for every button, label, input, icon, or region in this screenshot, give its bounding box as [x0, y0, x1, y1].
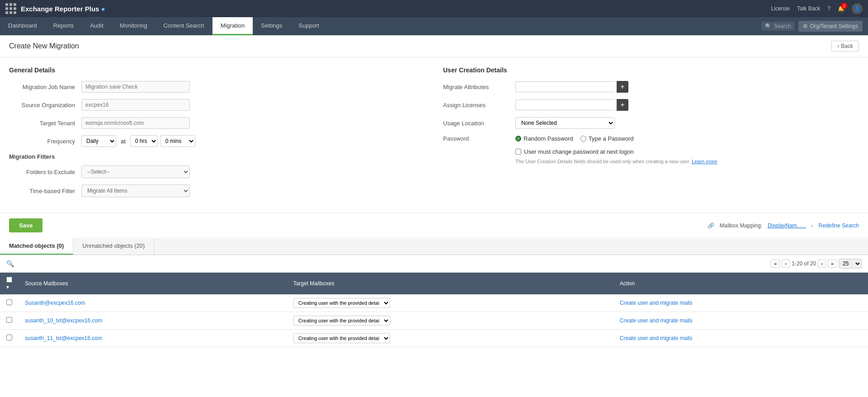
frequency-row: Frequency Daily Weekly Monthly at 0 hrs … [9, 135, 425, 147]
nav-settings[interactable]: Settings [253, 17, 290, 35]
type-password-radio[interactable] [580, 136, 586, 142]
search-icon: 🔍 [765, 23, 772, 29]
must-change-password-row: User must change password at next logon [515, 148, 859, 155]
action-header: Action [613, 273, 868, 294]
back-button[interactable]: ‹ Back [831, 41, 859, 52]
target-mailbox-cell: Creating user with the provided detai [287, 294, 613, 312]
target-mailbox-cell: Creating user with the provided detai [287, 330, 613, 347]
avatar[interactable]: 👤 [852, 3, 863, 14]
at-label: at [121, 138, 126, 145]
row-checkbox-cell [0, 330, 19, 347]
action-label: Create user and migrate mails [620, 300, 693, 306]
target-mailboxes-header: Target Mailboxes [287, 273, 613, 294]
time-filter-select[interactable]: Migrate All Items Last 30 Days Last 60 D… [81, 184, 190, 197]
migration-job-name-row: Migration Job Name [9, 81, 425, 93]
nav-bar: Dashboard Reports Audit Monitoring Conte… [0, 17, 868, 35]
mins-select[interactable]: 0 mins 15 mins 30 mins 45 mins [160, 135, 195, 147]
page-title: Create New Migration [9, 42, 79, 50]
frequency-controls: Daily Weekly Monthly at 0 hrs 1 hrs 2 hr… [81, 135, 195, 147]
migrate-attr-input[interactable] [515, 81, 615, 92]
must-change-password-checkbox[interactable] [515, 149, 521, 155]
matched-objects-count: (0) [57, 242, 64, 249]
source-org-input[interactable] [81, 99, 190, 111]
prev-page-button[interactable]: ‹ [782, 260, 790, 268]
unmatched-objects-label: Unmatched objects [82, 242, 134, 249]
assign-licenses-control: + [515, 99, 628, 111]
type-password-label: Type a Password [589, 135, 634, 142]
source-mailbox-link[interactable]: Susanth@excpex16.com [25, 300, 85, 306]
row-checkbox[interactable] [6, 299, 12, 305]
mailbox-mapping-link[interactable]: DisplayNam...... [768, 222, 806, 229]
per-page-select[interactable]: 25 50 100 [839, 259, 862, 269]
org-settings-button[interactable]: ⚙ Org/Tenant Settings [798, 21, 863, 32]
nav-support[interactable]: Support [290, 17, 327, 35]
assign-licenses-plus-button[interactable]: + [617, 99, 628, 111]
tab-matched-objects[interactable]: Matched objects (0) [0, 238, 73, 255]
folders-select[interactable]: --Select-- [81, 165, 190, 178]
usage-location-label: Usage Location [443, 120, 515, 127]
last-page-button[interactable]: » [828, 260, 837, 268]
nav-dashboard[interactable]: Dashboard [0, 17, 45, 35]
source-mailbox-link[interactable]: susanth_11_txt@excpex16.com [25, 335, 102, 341]
user-creation-info: The User Creation Details fields should … [515, 159, 859, 164]
row-checkbox[interactable] [6, 335, 12, 340]
assign-licenses-input[interactable] [515, 99, 615, 110]
nav-content-search[interactable]: Content Search [155, 17, 212, 35]
migrate-attr-plus-button[interactable]: + [617, 81, 628, 93]
source-mailbox-cell: susanth_10_txt@excpex16.com [19, 312, 287, 330]
usage-location-select[interactable]: None Selected United States United Kingd… [515, 117, 615, 129]
password-label: Password [443, 135, 515, 142]
info-text-content: The User Creation Details fields should … [515, 159, 690, 164]
user-creation-section: User Creation Details Migrate Attributes… [443, 66, 859, 203]
hours-select[interactable]: 0 hrs 1 hrs 2 hrs [130, 135, 158, 147]
table-search-icon[interactable]: 🔍 [6, 260, 14, 267]
next-page-button[interactable]: › [818, 260, 826, 268]
nav-reports[interactable]: Reports [45, 17, 82, 35]
migration-job-name-input[interactable] [81, 81, 190, 93]
target-tenant-label: Target Tenant [9, 120, 81, 127]
talk-back-link[interactable]: Talk Back [797, 5, 820, 12]
first-page-button[interactable]: « [771, 260, 780, 268]
license-link[interactable]: License [771, 5, 790, 12]
source-mailbox-cell: susanth_11_txt@excpex16.com [19, 330, 287, 347]
target-mailbox-cell: Creating user with the provided detai [287, 312, 613, 330]
random-password-option[interactable]: Random Password [515, 135, 573, 142]
redefine-search-link[interactable]: Redefine Search [819, 222, 859, 229]
source-mailbox-link[interactable]: susanth_10_txt@excpex16.com [25, 317, 102, 324]
source-org-label: Source Organization [9, 102, 81, 109]
page-header: Create New Migration ‹ Back [0, 35, 868, 57]
target-mailbox-select[interactable]: Creating user with the provided detai [293, 298, 390, 308]
target-mailbox-select[interactable]: Creating user with the provided detai [293, 333, 390, 343]
assign-licenses-label: Assign Licenses [443, 102, 515, 109]
chevron-left-icon2: ‹ [811, 222, 813, 229]
dropdown-arrow[interactable]: ▾ [6, 284, 9, 290]
row-checkbox[interactable] [6, 317, 12, 323]
data-table: ▾ Source Mailboxes Target Mailboxes Acti… [0, 273, 868, 347]
search-box[interactable]: 🔍 Search [761, 22, 795, 31]
help-icon[interactable]: ? [827, 5, 830, 12]
random-password-radio[interactable] [515, 136, 521, 142]
target-tenant-input[interactable] [81, 117, 190, 129]
notification-count: 2 [841, 3, 847, 9]
select-all-header: ▾ [0, 273, 19, 294]
nav-migration[interactable]: Migration [212, 17, 253, 35]
app-grid-icon[interactable] [5, 3, 16, 14]
password-row: Password Random Password Type a Password [443, 135, 859, 142]
table-body: Susanth@excpex16.com Creating user with … [0, 294, 868, 347]
target-mailbox-select[interactable]: Creating user with the provided detai [293, 316, 390, 326]
org-settings-label: Org/Tenant Settings [810, 23, 858, 29]
user-creation-title: User Creation Details [443, 66, 859, 74]
select-all-checkbox[interactable] [6, 277, 12, 283]
tab-unmatched-objects[interactable]: Unmatched objects (20) [73, 238, 154, 255]
table-row: Susanth@excpex16.com Creating user with … [0, 294, 868, 312]
link-icon: 🔗 [708, 222, 714, 229]
save-button[interactable]: Save [9, 218, 42, 232]
type-password-option[interactable]: Type a Password [580, 135, 634, 142]
notification-bell[interactable]: 🔔 2 [838, 5, 844, 12]
must-change-password-label: User must change password at next logon [524, 148, 634, 155]
nav-monitoring[interactable]: Monitoring [112, 17, 156, 35]
learn-more-link[interactable]: Learn more [692, 159, 717, 164]
target-tenant-row: Target Tenant [9, 117, 425, 129]
frequency-select[interactable]: Daily Weekly Monthly [81, 135, 116, 147]
nav-audit[interactable]: Audit [82, 17, 112, 35]
